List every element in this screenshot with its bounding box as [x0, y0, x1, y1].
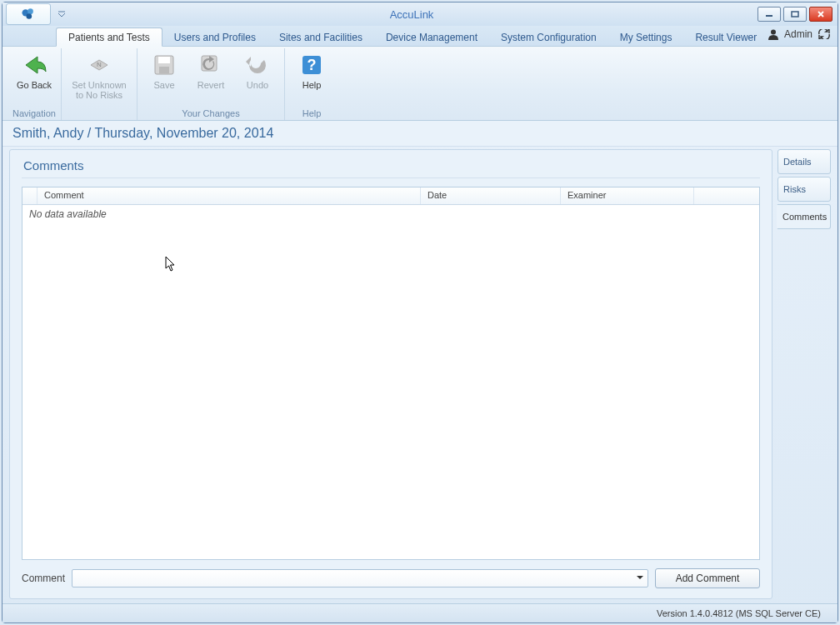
ribbon-tabstrip: Patients and Tests Users and Profiles Si…	[2, 26, 838, 47]
user-area: Admin	[768, 28, 831, 40]
status-bar: Version 1.4.0.4812 (MS SQL Server CE)	[2, 603, 838, 622]
ribbon-group-navigation: Go Back Navigation	[8, 48, 62, 120]
svg-point-6	[771, 30, 776, 35]
ribbon-group-changes: Save Revert Undo Your Changes	[138, 48, 285, 120]
side-tab-comments[interactable]: Comments	[777, 204, 831, 229]
col-extra[interactable]	[694, 188, 759, 204]
maximize-button[interactable]	[783, 7, 807, 22]
app-window: AccuLink Patients and Tests Users and Pr…	[2, 2, 838, 623]
comment-entry-row: Comment Add Comment	[22, 568, 760, 588]
add-comment-button[interactable]: Add Comment	[655, 568, 760, 588]
breadcrumb: Smith, Andy / Thursday, November 20, 201…	[2, 121, 838, 147]
app-logo-icon	[20, 6, 37, 22]
user-icon	[768, 28, 779, 40]
qat-dropdown[interactable]	[58, 10, 66, 18]
col-date[interactable]: Date	[421, 188, 561, 204]
tab-system[interactable]: System Configuration	[489, 28, 608, 46]
back-arrow-icon	[21, 52, 48, 78]
group-label-blank	[98, 107, 100, 120]
revert-button[interactable]: Revert	[189, 50, 232, 107]
window-title: AccuLink	[66, 8, 758, 21]
save-button[interactable]: Save	[142, 50, 186, 107]
grid-header: Comment Date Examiner	[22, 188, 759, 205]
app-menu-button[interactable]	[6, 3, 51, 25]
minimize-button[interactable]	[758, 7, 781, 22]
ribbon: Go Back Navigation N Set Unknown to No R…	[2, 47, 838, 121]
save-icon	[151, 52, 178, 78]
tab-results[interactable]: Result Viewer	[683, 28, 768, 46]
tab-sites[interactable]: Sites and Facilities	[268, 28, 374, 46]
grid-empty-text: No data available	[22, 205, 759, 559]
group-label-help: Help	[302, 107, 322, 120]
svg-text:?: ?	[308, 57, 317, 73]
titlebar: AccuLink	[2, 2, 838, 26]
col-examiner[interactable]: Examiner	[561, 188, 694, 204]
group-label-navigation: Navigation	[12, 107, 56, 120]
set-unknown-button[interactable]: N Set Unknown to No Risks	[67, 50, 132, 107]
undo-icon	[244, 52, 271, 78]
comments-panel: Comments Comment Date Examiner No data a…	[9, 149, 772, 599]
content-area: Comments Comment Date Examiner No data a…	[9, 149, 831, 599]
side-tab-risks[interactable]: Risks	[778, 177, 831, 202]
ribbon-group-set-unknown: N Set Unknown to No Risks	[62, 48, 138, 120]
svg-rect-10	[159, 67, 169, 73]
svg-text:N: N	[97, 61, 102, 68]
col-comment[interactable]: Comment	[38, 188, 421, 204]
ribbon-group-help: ? Help Help	[285, 48, 338, 120]
version-text: Version 1.4.0.4812 (MS SQL Server CE)	[657, 608, 821, 618]
go-back-button[interactable]: Go Back	[12, 50, 56, 107]
help-icon: ?	[298, 52, 325, 78]
group-label-changes: Your Changes	[182, 107, 239, 120]
svg-point-1	[28, 8, 33, 14]
revert-icon	[198, 52, 224, 78]
svg-rect-9	[158, 57, 170, 63]
dropdown-arrow-icon	[636, 573, 644, 582]
undo-button[interactable]: Undo	[236, 50, 279, 107]
tab-settings[interactable]: My Settings	[608, 28, 684, 46]
side-tabs: Details Risks Comments	[778, 149, 831, 599]
svg-rect-5	[792, 12, 798, 17]
help-button[interactable]: ? Help	[290, 50, 333, 107]
set-unknown-icon: N	[86, 52, 112, 78]
side-tab-details[interactable]: Details	[778, 149, 831, 174]
panel-title: Comments	[22, 158, 760, 178]
refresh-icon[interactable]	[818, 29, 831, 39]
tab-device[interactable]: Device Management	[374, 28, 489, 46]
tab-patients[interactable]: Patients and Tests	[56, 28, 162, 47]
comment-combobox[interactable]	[72, 569, 648, 588]
comment-label: Comment	[22, 572, 65, 584]
svg-point-2	[27, 13, 32, 19]
user-name[interactable]: Admin	[784, 28, 812, 40]
tab-users[interactable]: Users and Profiles	[162, 28, 268, 46]
comments-grid: Comment Date Examiner No data available	[22, 187, 760, 560]
grid-indicator-col[interactable]	[22, 188, 38, 204]
close-button[interactable]	[809, 7, 832, 22]
